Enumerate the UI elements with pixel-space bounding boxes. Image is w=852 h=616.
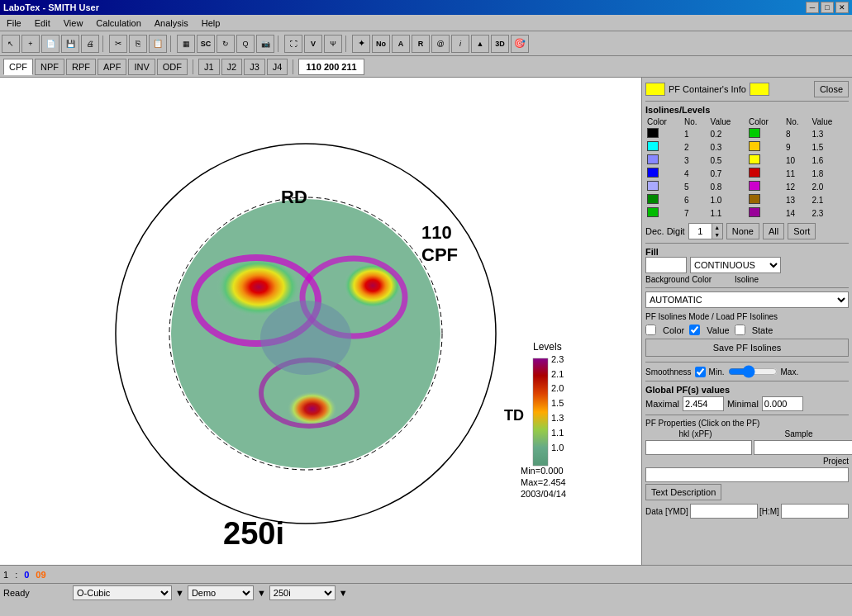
iso-color1-2[interactable] <box>647 154 659 164</box>
auto-select[interactable]: AUTOMATIC MANUAL <box>645 291 849 308</box>
chk-value[interactable] <box>689 325 700 335</box>
tool-info[interactable]: i <box>451 35 469 53</box>
tool-3d[interactable]: 3D <box>491 35 509 53</box>
iso-val2-3: 1.8 <box>810 167 849 180</box>
iso-color1-1[interactable] <box>647 141 659 151</box>
fill-mode-select[interactable]: CONTINUOUS SOLID NONE <box>690 257 781 273</box>
iso-color1-0[interactable] <box>647 128 659 138</box>
chk-color[interactable] <box>645 325 656 335</box>
iso-color1-3[interactable] <box>647 168 659 178</box>
svg-text:1.1: 1.1 <box>551 428 564 438</box>
data-hm-input[interactable] <box>781 504 849 519</box>
iso-color1-5[interactable] <box>647 194 659 204</box>
maximize-button[interactable]: □ <box>821 2 834 13</box>
tool-paste[interactable]: 📋 <box>149 35 167 53</box>
tab-npf[interactable]: NPF <box>35 59 64 75</box>
crystal-system-select[interactable]: O-Cubic Hexagonal Tetragonal Orthorhombi… <box>73 585 172 600</box>
save-pf-isolines-button[interactable]: Save PF Isolines <box>645 339 849 357</box>
iso-color2-2[interactable] <box>749 154 760 164</box>
tool-save[interactable]: 💾 <box>61 35 79 53</box>
iso-no2-1: 9 <box>784 140 811 154</box>
tab-j4[interactable]: J4 <box>267 59 288 75</box>
iso-color2-0[interactable] <box>749 128 760 138</box>
pf-select[interactable]: 250i 110 200 211 <box>269 585 336 600</box>
close-panel-button[interactable]: Close <box>814 81 849 97</box>
svg-text:2003/04/14: 2003/04/14 <box>521 489 566 499</box>
chk-state[interactable] <box>735 325 745 335</box>
tool-at[interactable]: @ <box>431 35 450 53</box>
smoothness-slider[interactable] <box>728 366 778 377</box>
iso-color2-6[interactable] <box>749 207 760 217</box>
text-description-button[interactable]: Text Description <box>645 484 721 500</box>
iso-color2-1[interactable] <box>749 141 760 151</box>
hkl-input[interactable] <box>645 440 752 455</box>
tool-new[interactable]: + <box>21 35 40 53</box>
iso-color2-4[interactable] <box>749 181 760 191</box>
tool-no[interactable]: No <box>372 35 390 53</box>
sample-input[interactable] <box>754 440 852 455</box>
tool-cut[interactable]: ✂ <box>109 35 127 53</box>
iso-no1-1: 2 <box>683 140 709 154</box>
tab-rpf[interactable]: RPF <box>66 59 96 75</box>
menu-edit[interactable]: Edit <box>31 17 54 29</box>
all-button[interactable]: All <box>763 223 784 239</box>
tool-r[interactable]: R <box>412 35 430 53</box>
iso-color2-5[interactable] <box>749 194 760 204</box>
tab-j2[interactable]: J2 <box>221 59 243 75</box>
dec-digit-input[interactable] <box>689 224 712 239</box>
tool-a[interactable]: A <box>392 35 410 53</box>
iso-color1-6[interactable] <box>647 207 659 217</box>
iso-no1-3: 4 <box>683 167 709 180</box>
sample-select[interactable]: Demo <box>188 585 254 600</box>
dec-digit-down[interactable]: ▼ <box>712 231 722 239</box>
tool-camera[interactable]: 📷 <box>256 35 274 53</box>
iso-no2-3: 11 <box>784 167 811 180</box>
tab-odf[interactable]: ODF <box>157 59 188 75</box>
tool-grid[interactable]: ▦ <box>177 35 195 53</box>
bottom-sep-1: ▼ <box>175 588 184 598</box>
tool-triangle[interactable]: ▲ <box>471 35 489 53</box>
iso-val1-6: 1.1 <box>708 206 746 220</box>
sort-button[interactable]: Sort <box>788 223 816 239</box>
tool-move[interactable]: ⛶ <box>284 35 302 53</box>
tool-q[interactable]: Q <box>236 35 255 53</box>
tab-inv[interactable]: INV <box>128 59 155 75</box>
chk-value-label: Value <box>707 325 729 335</box>
close-window-button[interactable]: ✕ <box>835 2 849 13</box>
main-area: RD 110 CPF TD 250i Levels <box>0 78 852 565</box>
tool-open-file[interactable]: 📄 <box>41 35 59 53</box>
maximal-input[interactable] <box>683 396 724 411</box>
tool-star[interactable]: ✦ <box>352 35 370 53</box>
bottom-sep-2: ▼ <box>257 588 266 598</box>
tool-copy[interactable]: ⎘ <box>129 35 147 53</box>
smooth-max-label: Max. <box>781 367 799 377</box>
menu-help[interactable]: Help <box>198 17 224 29</box>
iso-color1-4[interactable] <box>647 181 659 191</box>
data-ymd-input[interactable] <box>690 504 758 519</box>
menu-file[interactable]: File <box>3 17 25 29</box>
menu-calculation[interactable]: Calculation <box>93 17 144 29</box>
iso-header-color2: Color <box>747 116 784 127</box>
tool-arrow[interactable]: ↖ <box>2 35 20 53</box>
tab-cpf[interactable]: CPF <box>3 59 33 75</box>
tool-special[interactable]: 🎯 <box>511 35 529 53</box>
menu-analysis[interactable]: Analysis <box>151 17 192 29</box>
menu-view[interactable]: View <box>60 17 87 29</box>
none-button[interactable]: None <box>726 223 759 239</box>
tool-print[interactable]: 🖨 <box>81 35 99 53</box>
tab-j3[interactable]: J3 <box>244 59 265 75</box>
tab-apf[interactable]: APF <box>98 59 126 75</box>
smoothness-checkbox[interactable] <box>695 367 706 377</box>
tool-sc[interactable]: SC <box>197 35 215 53</box>
tool-v[interactable]: V <box>304 35 322 53</box>
dec-digit-up[interactable]: ▲ <box>712 224 722 231</box>
tab-j1[interactable]: J1 <box>198 59 220 75</box>
minimal-input[interactable] <box>762 396 803 411</box>
minimize-button[interactable]: ─ <box>806 2 819 13</box>
project-input[interactable] <box>645 467 849 482</box>
canvas-area: RD 110 CPF TD 250i Levels <box>0 78 641 565</box>
fill-color-box[interactable] <box>645 257 687 273</box>
tool-rotate[interactable]: ↻ <box>217 35 235 53</box>
iso-color2-3[interactable] <box>749 168 760 178</box>
tool-symbol[interactable]: Ψ <box>324 35 342 53</box>
